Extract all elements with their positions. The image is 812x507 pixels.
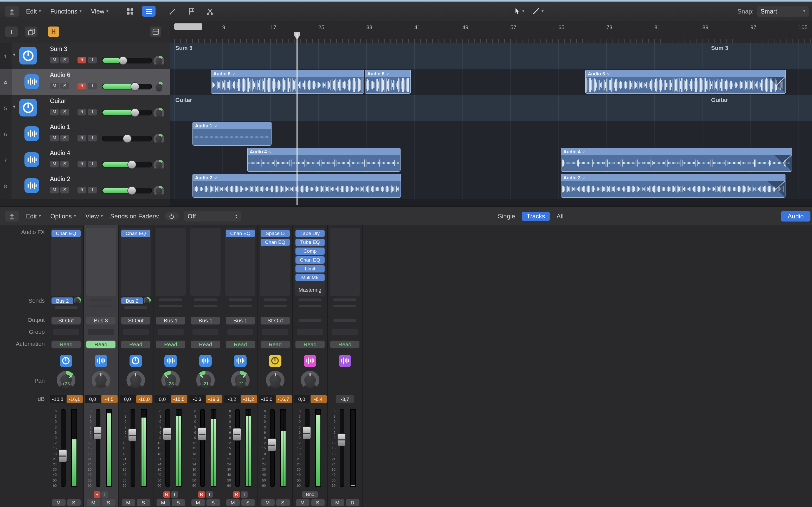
mute-button[interactable]: M (50, 187, 59, 193)
volume-knob[interactable] (130, 108, 140, 117)
region-loop-icon[interactable]: ○ (214, 123, 217, 128)
region-audio-6[interactable]: Audio 6○ (211, 70, 364, 94)
region-loop-icon[interactable]: ○ (583, 150, 585, 154)
send-slot[interactable]: Bus 2 (52, 297, 73, 304)
solo-button[interactable]: S (60, 135, 69, 142)
sends-on-faders-select[interactable]: Off ▲▼ (184, 211, 241, 221)
pan-knob[interactable]: +25 (57, 371, 75, 390)
empty-output-slot[interactable] (299, 319, 321, 322)
pan-knob[interactable] (126, 371, 145, 390)
record-enable-button[interactable]: R (77, 57, 86, 63)
pan-knob[interactable] (154, 160, 164, 171)
mute-button[interactable]: M (50, 161, 59, 167)
audio-fx-slots[interactable] (156, 228, 186, 296)
region-audio-2[interactable]: Audio 2○ (561, 174, 786, 198)
fader-track[interactable] (305, 409, 310, 487)
volume-slider[interactable] (102, 84, 152, 90)
fx-plugin-slot[interactable]: Tube EQ (295, 239, 325, 246)
dim-button[interactable]: D (346, 499, 359, 506)
mute-button[interactable]: M (331, 499, 344, 506)
channel-strip-7[interactable]: Space DChan EQSt OutRead-15,0-16,7630369… (258, 225, 293, 507)
mute-button[interactable]: M (52, 499, 65, 506)
output-slot[interactable]: Bus 3 (86, 317, 115, 325)
channel-strip-3[interactable]: Chan EQBus 2St OutRead0,0-10,06303691215… (119, 225, 154, 507)
region-loop-icon[interactable]: ○ (607, 71, 610, 76)
list-view-icon[interactable] (142, 6, 155, 17)
mute-button[interactable]: M (50, 109, 59, 115)
region-header[interactable]: Audio 2○ (561, 174, 785, 181)
fx-plugin-slot[interactable]: Chan EQ (261, 239, 290, 246)
hide-mixer-button[interactable] (5, 211, 19, 222)
fx-plugin-slot[interactable]: Chan EQ (121, 230, 150, 237)
track-name[interactable]: Sum 3 (50, 46, 67, 52)
solo-button[interactable]: S (60, 161, 69, 167)
mute-button[interactable]: M (50, 83, 59, 90)
solo-button[interactable]: S (311, 499, 324, 506)
audio-lane[interactable]: Audio 1○ (170, 121, 812, 147)
audio-fx-slots[interactable]: Tape DlyTube EQCompChan EQLimitMultiMtrM… (295, 228, 325, 296)
input-monitor-button[interactable]: I (206, 491, 213, 498)
fx-plugin-slot[interactable]: MultiMtr (295, 274, 325, 281)
fader-track[interactable] (61, 409, 65, 487)
automation-mode-button[interactable]: Read (191, 341, 220, 348)
bounce-button[interactable]: Bnc (302, 491, 318, 498)
empty-output-slot[interactable] (333, 319, 356, 322)
automation-mode-button[interactable]: Read (86, 341, 115, 348)
audio-fx-slots[interactable]: Chan EQ (51, 228, 81, 296)
track-name[interactable]: Guitar (50, 98, 66, 104)
solo-button[interactable]: S (60, 57, 69, 63)
solo-button[interactable]: S (206, 499, 220, 506)
empty-send-slot[interactable] (229, 305, 252, 307)
fader-track[interactable] (200, 409, 205, 487)
pan-knob[interactable]: -21 (196, 371, 215, 390)
solo-button[interactable]: S (171, 499, 185, 506)
group-slot[interactable] (123, 329, 149, 335)
track-name[interactable]: Audio 1 (50, 124, 70, 130)
input-monitor-button[interactable]: I (88, 187, 97, 193)
solo-button[interactable]: S (102, 499, 115, 506)
volume-slider[interactable] (102, 58, 152, 63)
output-slot[interactable]: Bus 1 (226, 317, 255, 325)
track-header-audio-6[interactable]: 4Audio 6MSRI (0, 69, 170, 95)
mute-button[interactable]: M (50, 57, 59, 63)
channel-strip-5[interactable]: Bus 1Read-21-0,3-19,36303691215182124304… (188, 225, 223, 507)
empty-send-slot[interactable] (55, 306, 77, 309)
track-header-audio-1[interactable]: 6Audio 1MSRI (0, 121, 170, 147)
fx-plugin-slot[interactable]: Tape Dly (295, 230, 325, 237)
region-loop-icon[interactable]: ○ (269, 150, 272, 154)
record-enable-button[interactable]: R (77, 135, 86, 142)
input-monitor-button[interactable]: I (88, 83, 97, 90)
track-header-sum-3[interactable]: 1▾Sum 3MSRI (0, 43, 170, 69)
input-monitor-button[interactable]: I (171, 491, 178, 498)
record-enable-button[interactable]: R (77, 187, 86, 193)
disclosure-chevron-icon[interactable]: ▾ (13, 104, 15, 109)
mute-button[interactable]: M (226, 499, 239, 506)
marquee-tool-icon[interactable] (184, 6, 198, 17)
solo-button[interactable]: S (241, 499, 255, 506)
region-header[interactable]: Audio 1○ (193, 122, 271, 129)
empty-send-slot[interactable] (194, 298, 217, 301)
track-name[interactable]: Audio 2 (50, 176, 70, 182)
region-audio-4[interactable]: Audio 4○ (561, 148, 792, 172)
output-slot[interactable]: Bus 1 (156, 317, 185, 325)
send-level-knob[interactable] (74, 297, 81, 304)
fader-cap[interactable] (93, 427, 102, 439)
volume-slider[interactable] (102, 188, 152, 193)
cycle-range[interactable] (174, 23, 202, 30)
channel-strip-4[interactable]: Bus 1Read-230,0-18,563036912151821243040… (154, 225, 188, 507)
automation-mode-button[interactable]: Read (226, 341, 255, 348)
fader-cap[interactable] (232, 428, 241, 441)
track-name[interactable]: Audio 6 (50, 72, 70, 78)
arrange-view-menu[interactable]: View▾ (89, 6, 111, 16)
fx-plugin-slot[interactable]: Chan EQ (295, 257, 325, 264)
mixer-mode-tracks[interactable]: Tracks (522, 211, 550, 221)
output-slot[interactable]: St Out (52, 317, 80, 325)
region-audio-2[interactable]: Audio 2○ (193, 174, 401, 198)
arrange-edit-menu[interactable]: Edit▾ (24, 6, 43, 16)
audio-lane[interactable]: Audio 6○Audio 6○Audio 6○ (170, 69, 812, 95)
input-monitor-button[interactable]: I (88, 57, 97, 63)
empty-send-slot[interactable] (299, 305, 321, 307)
empty-send-slot[interactable] (90, 305, 112, 307)
fader-cap[interactable] (128, 429, 137, 442)
fader-track[interactable] (340, 409, 344, 487)
